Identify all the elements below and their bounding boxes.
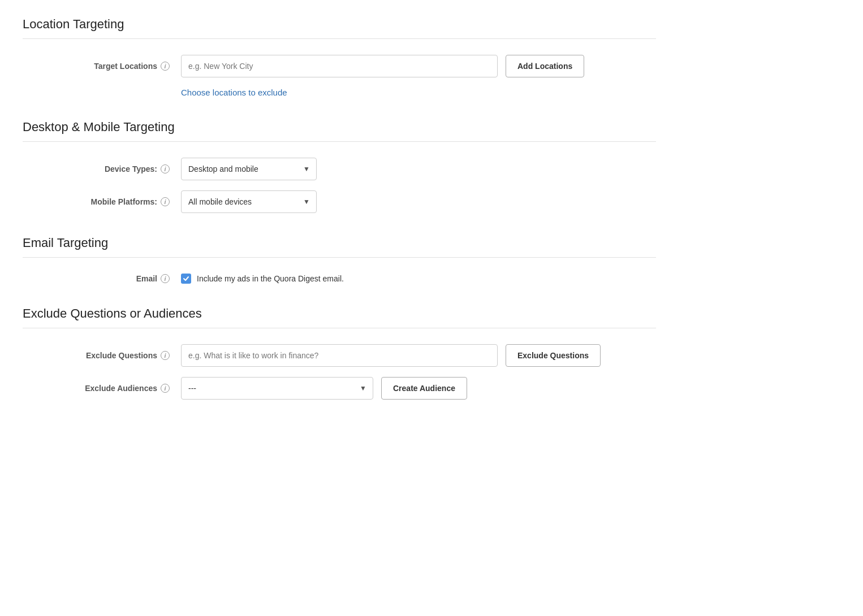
device-types-label: Device Types: i	[68, 164, 181, 173]
exclude-audiences-label: Exclude Audiences i	[68, 384, 181, 393]
email-targeting-title: Email Targeting	[23, 236, 656, 250]
mobile-platforms-info-icon[interactable]: i	[161, 197, 170, 206]
email-checkbox-label: Include my ads in the Quora Digest email…	[197, 274, 344, 283]
exclude-audiences-select-wrapper: --- ▼	[181, 377, 373, 400]
email-row: Email i Include my ads in the Quora Dige…	[23, 274, 656, 284]
exclude-divider	[23, 328, 656, 328]
exclude-audiences-row: Exclude Audiences i --- ▼ Create Audienc…	[23, 377, 656, 400]
exclude-questions-button[interactable]: Exclude Questions	[506, 344, 601, 367]
device-types-select[interactable]: Desktop and mobile Desktop only Mobile o…	[181, 158, 317, 180]
target-locations-label: Target Locations i	[68, 62, 181, 71]
device-divider	[23, 141, 656, 142]
mobile-platforms-select-wrapper: All mobile devices iOS only Android only…	[181, 190, 317, 213]
email-label: Email i	[68, 274, 181, 283]
location-divider	[23, 38, 656, 39]
email-targeting-section: Email Targeting Email i Include my ads i…	[23, 236, 656, 284]
email-checkbox-row: Include my ads in the Quora Digest email…	[181, 274, 344, 284]
create-audience-button[interactable]: Create Audience	[381, 377, 467, 400]
checkmark-icon	[183, 275, 189, 282]
device-targeting-section: Desktop & Mobile Targeting Device Types:…	[23, 120, 656, 213]
exclude-questions-row: Exclude Questions i Exclude Questions	[23, 344, 656, 367]
device-targeting-title: Desktop & Mobile Targeting	[23, 120, 656, 135]
device-types-info-icon[interactable]: i	[161, 164, 170, 173]
exclude-questions-input[interactable]	[181, 344, 498, 367]
exclude-questions-label: Exclude Questions i	[68, 351, 181, 360]
exclude-link-row: Choose locations to exclude	[136, 88, 656, 97]
email-divider	[23, 257, 656, 258]
location-targeting-section: Location Targeting Target Locations i Ad…	[23, 17, 656, 97]
mobile-platforms-row: Mobile Platforms: i All mobile devices i…	[23, 190, 656, 213]
email-info-icon[interactable]: i	[161, 274, 170, 283]
exclude-section: Exclude Questions or Audiences Exclude Q…	[23, 306, 656, 400]
mobile-platforms-select[interactable]: All mobile devices iOS only Android only	[181, 190, 317, 213]
device-types-row: Device Types: i Desktop and mobile Deskt…	[23, 158, 656, 180]
email-checkbox[interactable]	[181, 274, 191, 284]
target-locations-info-icon[interactable]: i	[161, 62, 170, 71]
choose-locations-exclude-link[interactable]: Choose locations to exclude	[181, 88, 287, 97]
exclude-questions-info-icon[interactable]: i	[161, 351, 170, 360]
target-locations-input[interactable]	[181, 55, 498, 77]
exclude-section-title: Exclude Questions or Audiences	[23, 306, 656, 321]
exclude-audiences-info-icon[interactable]: i	[161, 384, 170, 393]
add-locations-button[interactable]: Add Locations	[506, 55, 584, 77]
page-container: Location Targeting Target Locations i Ad…	[0, 0, 679, 439]
mobile-platforms-label: Mobile Platforms: i	[68, 197, 181, 206]
target-locations-row: Target Locations i Add Locations	[23, 55, 656, 77]
exclude-audiences-select[interactable]: ---	[181, 377, 373, 400]
device-types-select-wrapper: Desktop and mobile Desktop only Mobile o…	[181, 158, 317, 180]
location-targeting-title: Location Targeting	[23, 17, 656, 32]
